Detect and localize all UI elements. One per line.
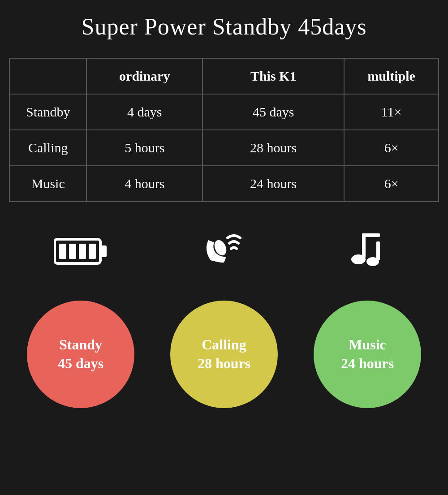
phone-icon — [188, 229, 260, 274]
cell-label-2: Music — [9, 166, 86, 202]
comparison-table: ordinary This K1 multiple Standby4 days4… — [9, 58, 439, 202]
icons-row — [9, 224, 439, 278]
circle-calling-label: Calling — [202, 336, 246, 354]
circle-music-value: 24 hours — [341, 354, 394, 373]
cell-label-1: Calling — [9, 130, 86, 166]
table-row: Standby4 days45 days11× — [9, 94, 439, 130]
circle-standby-label: Standy — [59, 336, 102, 354]
cell-multiple-1: 6× — [344, 130, 439, 166]
cell-thisk1-0: 45 days — [202, 94, 344, 130]
svg-point-11 — [366, 257, 379, 266]
cell-ordinary-2: 4 hours — [86, 166, 202, 202]
svg-rect-3 — [69, 244, 76, 259]
table-header-row: ordinary This K1 multiple — [9, 58, 439, 94]
circle-standby: Standy 45 days — [27, 301, 134, 408]
circle-calling-value: 28 hours — [198, 354, 250, 373]
circles-row: Standy 45 days Calling 28 hours Music 24… — [9, 292, 439, 417]
circle-music-label: Music — [349, 336, 386, 354]
header-ordinary: ordinary — [86, 58, 202, 94]
cell-multiple-2: 6× — [344, 166, 439, 202]
svg-rect-2 — [59, 244, 66, 259]
music-icon — [332, 229, 403, 274]
main-title: Super Power Standby 45days — [9, 13, 439, 40]
battery-icon — [45, 229, 116, 274]
page-wrapper: Super Power Standby 45days ordinary This… — [0, 0, 448, 430]
header-multiple: multiple — [344, 58, 439, 94]
svg-rect-1 — [100, 245, 107, 257]
cell-multiple-0: 11× — [344, 94, 439, 130]
cell-thisk1-2: 24 hours — [202, 166, 344, 202]
svg-rect-7 — [362, 233, 366, 258]
svg-point-9 — [351, 254, 366, 264]
cell-thisk1-1: 28 hours — [202, 130, 344, 166]
circle-music: Music 24 hours — [314, 301, 421, 408]
table-row: Music4 hours24 hours6× — [9, 166, 439, 202]
circle-standby-value: 45 days — [58, 354, 103, 373]
header-label — [9, 58, 86, 94]
svg-rect-4 — [79, 244, 86, 259]
cell-label-0: Standby — [9, 94, 86, 130]
cell-ordinary-0: 4 days — [86, 94, 202, 130]
cell-ordinary-1: 5 hours — [86, 130, 202, 166]
svg-rect-10 — [376, 241, 380, 260]
svg-rect-5 — [89, 244, 96, 259]
circle-calling: Calling 28 hours — [170, 301, 278, 408]
table-row: Calling5 hours28 hours6× — [9, 130, 439, 166]
svg-rect-8 — [362, 233, 380, 237]
header-thisk1: This K1 — [202, 58, 344, 94]
